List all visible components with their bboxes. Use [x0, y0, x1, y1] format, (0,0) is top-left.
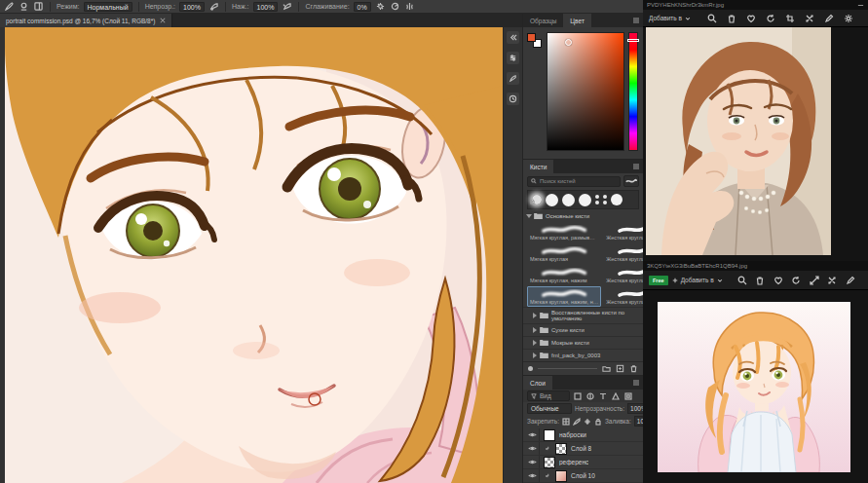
lock-transparency-icon[interactable]	[562, 417, 570, 427]
rotate-icon[interactable]	[764, 12, 776, 24]
crop-icon[interactable]	[784, 12, 797, 24]
smoothing-gear-icon[interactable]	[375, 1, 386, 12]
layer-name[interactable]: Слой 8	[571, 445, 591, 452]
hue-slider[interactable]	[628, 32, 638, 151]
layer-row[interactable]: наброски	[523, 428, 643, 442]
history-panel-icon[interactable]	[507, 93, 519, 105]
filter-pixel-icon[interactable]	[573, 391, 583, 401]
foreground-swatch[interactable]	[527, 33, 536, 42]
airbrush-icon[interactable]	[282, 1, 292, 12]
rotate-icon[interactable]	[790, 274, 803, 286]
brush-angle-icon[interactable]	[390, 1, 400, 12]
recent-brush-hard[interactable]	[611, 194, 623, 205]
zoom-icon[interactable]	[705, 12, 718, 24]
tab-layers[interactable]: Слои	[523, 376, 552, 390]
favorite-icon[interactable]	[772, 274, 784, 286]
add-to-button[interactable]: Добавить в	[649, 15, 691, 21]
viewer1-title-bar[interactable]: PVDYHEhKNShrDr3kmRr.jpg	[643, 0, 868, 10]
expand-arrow-icon[interactable]	[533, 340, 537, 346]
brush-preset[interactable]: Мягкая круглая, нажим	[527, 265, 601, 285]
layer-thumbnail[interactable]	[544, 457, 555, 468]
layer-row[interactable]: Слой 10	[523, 469, 643, 483]
opacity-value[interactable]: 100%	[179, 2, 205, 12]
recent-brush-dots[interactable]	[595, 195, 599, 204]
layer-name[interactable]: Слой 10	[571, 472, 595, 479]
layer-row[interactable]: референс	[523, 456, 643, 469]
panel-menu-icon[interactable]	[632, 17, 640, 25]
saturation-value-field[interactable]	[547, 32, 624, 151]
layer-filter-select[interactable]: Вид	[527, 390, 570, 401]
toggle-brush-panel-icon[interactable]	[33, 1, 44, 12]
hue-marker[interactable]	[627, 39, 639, 42]
brush-preset[interactable]: Мягкая круглая, размыв…	[527, 222, 601, 242]
stroke-preview-toggle-icon[interactable]	[623, 175, 639, 187]
delete-icon[interactable]	[754, 274, 767, 286]
expand-arrow-icon[interactable]	[533, 327, 537, 333]
panel-menu-icon[interactable]	[632, 379, 640, 388]
symmetry-icon[interactable]	[404, 1, 415, 12]
properties-panel-icon[interactable]	[507, 52, 519, 64]
layer-row[interactable]: Слой 8	[523, 442, 643, 456]
expand-arrow-icon[interactable]	[533, 353, 537, 358]
brush-folder[interactable]: Сухие кисти	[523, 323, 643, 336]
flow-value[interactable]: 100%	[253, 2, 279, 12]
canvas-document[interactable]	[5, 27, 503, 483]
favorite-icon[interactable]	[744, 12, 757, 24]
close-tab-icon[interactable]	[160, 18, 166, 23]
edit-icon[interactable]	[823, 12, 836, 24]
zoom-icon[interactable]	[736, 274, 748, 286]
layer-thumbnail[interactable]	[555, 443, 567, 455]
edit-icon[interactable]	[844, 274, 856, 286]
size-slider-rail[interactable]	[538, 368, 597, 369]
brush-folder[interactable]: Мокрые кисти	[523, 336, 643, 349]
settings-icon[interactable]	[843, 12, 855, 24]
recent-brush-hard[interactable]	[579, 194, 591, 206]
brush-settings-panel-icon[interactable]	[507, 72, 519, 85]
brush-tool-icon[interactable]	[4, 1, 15, 12]
free-badge[interactable]: Free	[649, 276, 668, 285]
pressure-opacity-icon[interactable]	[208, 1, 219, 12]
lock-all-icon[interactable]	[594, 417, 602, 427]
lock-pixels-icon[interactable]	[573, 417, 581, 427]
filter-shape-icon[interactable]	[611, 391, 621, 401]
layer-name[interactable]: наброски	[559, 431, 586, 438]
color-marker[interactable]	[565, 39, 572, 46]
smoothing-value[interactable]: 0%	[354, 2, 371, 12]
size-slider-handle[interactable]	[528, 366, 533, 371]
reference-photo[interactable]	[646, 27, 831, 255]
layer-name[interactable]: референс	[559, 459, 588, 465]
expand-panels-icon[interactable]	[507, 31, 519, 44]
expand-arrow-icon[interactable]	[533, 313, 537, 318]
reference-illustration[interactable]	[658, 302, 850, 472]
recent-brush-hard[interactable]	[562, 194, 575, 206]
brush-preset-selected[interactable]: Мягкая круглая, нажим, н…	[527, 286, 601, 307]
tab-brushes[interactable]: Кисти	[523, 160, 553, 173]
filter-smart-object-icon[interactable]	[623, 391, 633, 401]
compare-icon[interactable]	[804, 12, 816, 24]
delete-brush-icon[interactable]	[629, 364, 638, 373]
blend-mode-select[interactable]: Нормальный	[84, 2, 132, 12]
brush-preset-picker[interactable]	[19, 1, 29, 12]
delete-icon[interactable]	[725, 12, 737, 24]
foreground-background-swatches[interactable]	[527, 33, 543, 49]
compare-icon[interactable]	[826, 274, 839, 286]
panel-menu-icon[interactable]	[632, 163, 640, 171]
recent-brush-hard[interactable]	[546, 194, 558, 206]
layer-thumbnail[interactable]	[555, 470, 567, 482]
new-group-icon[interactable]	[602, 364, 611, 373]
layer-thumbnail[interactable]	[544, 429, 555, 441]
layer-visibility-eye-icon[interactable]	[526, 442, 540, 455]
layer-blend-mode-select[interactable]: Обычные	[527, 403, 572, 414]
tab-color[interactable]: Цвет	[563, 14, 591, 27]
new-brush-icon[interactable]	[616, 364, 624, 373]
viewer2-title-bar[interactable]: 3KQ5YteXG3iBuBaBTEhcR1QB94.jpg	[643, 261, 868, 271]
layer-visibility-eye-icon[interactable]	[526, 469, 540, 482]
filter-type-icon[interactable]	[598, 391, 608, 401]
lock-position-icon[interactable]	[584, 417, 591, 427]
brush-preset[interactable]: Мягкая круглая	[527, 243, 601, 264]
brush-search-input[interactable]: Поиск кистей	[527, 176, 621, 187]
expand-arrow-icon[interactable]	[526, 214, 532, 218]
tab-swatches[interactable]: Образцы	[523, 14, 563, 27]
add-to-button[interactable]: Добавить в	[672, 277, 723, 283]
minimize-icon[interactable]	[857, 2, 864, 9]
